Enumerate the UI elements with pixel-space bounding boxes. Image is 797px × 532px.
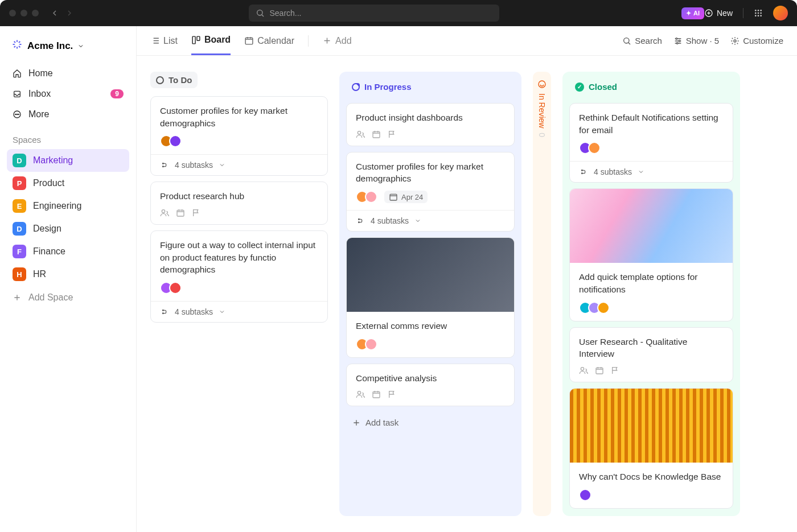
avatar [169,282,182,294]
assignees[interactable] [160,135,182,147]
nav-back-icon[interactable] [50,9,59,18]
sliders-icon [673,36,683,46]
task-card[interactable]: Product research hub [150,182,328,225]
chevron-down-icon [219,162,225,168]
nav-forward-icon[interactable] [65,9,74,18]
svg-rect-29 [373,392,380,398]
subtask-icon [356,216,365,225]
task-card[interactable]: Add quick template options for notificat… [569,188,733,321]
sidebar-item-home[interactable]: Home [7,63,129,84]
assignees[interactable] [356,338,377,350]
svg-point-8 [755,15,757,17]
status-inprogress-icon [352,83,360,91]
gear-icon [730,36,740,46]
tab-board[interactable]: Board [191,26,231,55]
assignees[interactable] [579,489,591,501]
new-button[interactable]: New [704,9,733,18]
user-avatar[interactable] [773,6,788,20]
flag-icon[interactable] [388,130,397,139]
subtasks-toggle[interactable]: 4 subtasks [151,154,327,175]
svg-rect-16 [197,36,200,40]
assignees[interactable] [160,282,182,294]
assignees[interactable] [579,142,601,154]
assignee-icon[interactable] [160,208,169,217]
sidebar-space-hr[interactable]: HHR [7,263,129,286]
svg-point-19 [676,38,677,39]
assignee-icon[interactable] [356,390,365,399]
column-header-inprogress[interactable]: In Progress [346,79,417,95]
avatar [365,191,377,203]
show-button[interactable]: Show · 5 [673,36,719,46]
svg-point-13 [17,114,17,114]
subtasks-toggle[interactable]: 4 subtasks [347,210,514,231]
task-card[interactable]: Customer profiles for key market demogra… [150,96,328,176]
column-header-todo[interactable]: To Do [150,72,198,88]
chevron-down-icon [77,43,84,50]
flag-icon[interactable] [388,390,397,399]
svg-point-23 [162,210,165,213]
add-space-button[interactable]: Add Space [7,286,129,310]
svg-point-6 [758,13,759,14]
task-card[interactable]: Customer profiles for key market demogra… [346,152,515,232]
date-icon[interactable] [595,366,604,375]
window-controls [9,10,39,17]
sidebar-space-design[interactable]: DDesign [7,217,129,240]
assignee-icon[interactable] [356,130,365,139]
column-inreview-collapsed[interactable]: In Review 0 [533,72,551,516]
column-inprogress: In Progress Product insight dashboards C… [339,72,521,516]
home-icon [13,69,22,78]
svg-point-22 [734,40,736,42]
sidebar: Acme Inc. Home Inbox 9 More Spaces DMark… [0,26,137,532]
column-closed: ✓ Closed Rethink Default Notifications s… [562,72,740,516]
column-header-closed[interactable]: ✓ Closed [569,79,623,95]
task-card[interactable]: User Research - Qualitative Interview [569,327,733,382]
assignee-icon[interactable] [579,366,588,375]
sidebar-space-marketing[interactable]: DMarketing [7,149,129,172]
avatar [169,135,182,147]
subtask-icon [160,307,169,316]
workspace-switcher[interactable]: Acme Inc. [7,34,129,57]
tab-list[interactable]: List [150,26,178,55]
date-icon[interactable] [372,390,381,399]
status-review-icon [537,80,547,89]
ai-button[interactable]: ✦ AI [681,7,704,19]
task-card[interactable]: Competitive analysis [346,364,515,407]
sidebar-space-engineering[interactable]: EEngineering [7,195,129,217]
task-card[interactable]: Product insight dashboards [346,103,515,146]
plus-icon [13,293,22,302]
due-date[interactable]: Apr 24 [384,191,428,203]
sidebar-space-product[interactable]: PProduct [7,172,129,195]
date-icon[interactable] [176,208,185,217]
subtasks-toggle[interactable]: 4 subtasks [570,161,733,182]
sidebar-item-inbox[interactable]: Inbox 9 [7,84,129,104]
add-task-button[interactable]: Add task [346,412,515,433]
assignees[interactable] [579,302,610,314]
status-open-icon [156,76,164,84]
sidebar-item-more[interactable]: More [7,104,129,125]
date-icon[interactable] [372,130,381,139]
sparkle-icon: ✦ [686,10,691,17]
customize-button[interactable]: Customize [730,36,783,46]
sidebar-space-finance[interactable]: FFinance [7,240,129,263]
apps-grid-icon[interactable] [754,9,763,18]
flag-icon[interactable] [192,208,201,217]
task-card[interactable]: Why can't Docs be Knowledge Base [569,388,733,509]
subtasks-toggle[interactable]: 4 subtasks [151,301,327,322]
flag-icon[interactable] [611,366,620,375]
topbar: Search... ✦ AI New [0,0,797,26]
svg-point-25 [358,131,360,134]
assignees[interactable] [356,191,377,203]
search-input[interactable]: Search... [249,5,499,22]
kanban-board: To Do Customer profiles for key market d… [137,56,797,532]
add-view-button[interactable]: Add [322,26,351,55]
tab-calendar[interactable]: Calendar [244,26,294,55]
search-button[interactable]: Search [622,36,662,46]
task-card[interactable]: Figure out a way to collect internal inp… [150,230,328,323]
svg-point-21 [676,42,678,44]
task-card[interactable]: Rethink Default Notifications setting fo… [569,103,733,183]
svg-point-10 [760,15,762,17]
card-title: Figure out a way to collect internal inp… [160,239,318,276]
svg-point-31 [581,368,584,370]
task-card[interactable]: External comms review [346,237,515,358]
space-icon: P [13,176,26,190]
